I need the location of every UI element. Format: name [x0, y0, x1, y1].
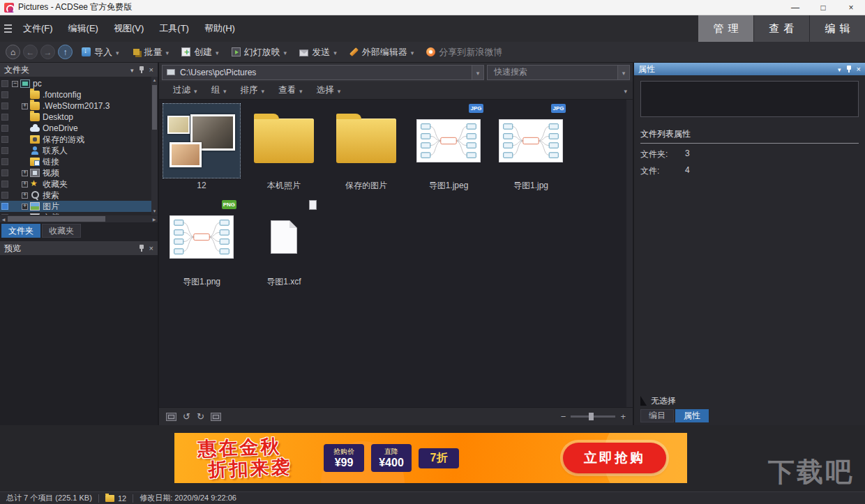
- close-icon[interactable]: ×: [149, 245, 153, 252]
- quick-search-input[interactable]: 快速搜索: [487, 65, 630, 80]
- drag-handle[interactable]: [1, 158, 8, 165]
- expander-icon[interactable]: [22, 170, 28, 176]
- ad-cta-button[interactable]: 立即抢购: [563, 443, 666, 473]
- tree-item[interactable]: 视频: [0, 167, 158, 178]
- tree-vertical-scrollbar[interactable]: ▲ ▼: [151, 77, 158, 215]
- drag-handle[interactable]: [1, 80, 8, 87]
- tree-horizontal-scrollbar[interactable]: ◀ ▶: [0, 215, 158, 222]
- tree-item[interactable]: 图片: [0, 201, 158, 212]
- drag-handle[interactable]: [1, 203, 8, 210]
- file-tile[interactable]: JPG: [490, 101, 572, 197]
- scroll-left-icon[interactable]: ◀: [0, 215, 7, 222]
- scroll-right-icon[interactable]: ▶: [151, 215, 158, 222]
- expander-icon[interactable]: [22, 215, 28, 215]
- scrollbar-thumb[interactable]: [152, 85, 157, 130]
- scrollbar-thumb[interactable]: [8, 216, 105, 222]
- filter-menu-button[interactable]: 选择: [310, 84, 348, 96]
- filter-menu-button[interactable]: 组: [204, 84, 234, 96]
- menu-item[interactable]: 文件(F): [15, 15, 61, 42]
- ad-banner[interactable]: 惠在金秋 折扣来袭 抢购价 ¥99 直降 ¥400 7折 立即抢购: [174, 433, 687, 483]
- drag-handle[interactable]: [1, 181, 8, 188]
- address-bar[interactable]: C:\Users\pc\Pictures: [162, 65, 484, 80]
- zoom-slider[interactable]: [571, 415, 615, 418]
- hamburger-menu-icon[interactable]: [0, 15, 15, 42]
- zoom-out-button[interactable]: −: [561, 411, 566, 422]
- mode-button[interactable]: 管理: [698, 15, 753, 42]
- file-tile[interactable]: PNG: [160, 197, 243, 293]
- toolbar-button[interactable]: 外部编辑器: [343, 42, 421, 62]
- forward-button[interactable]: →: [40, 45, 55, 59]
- tree-item[interactable]: .fontconfig: [0, 89, 158, 100]
- drag-handle[interactable]: [1, 91, 8, 98]
- expander-icon[interactable]: [22, 204, 28, 210]
- up-button[interactable]: ↑: [58, 45, 73, 59]
- drag-handle[interactable]: [1, 125, 8, 132]
- zoom-in-button[interactable]: +: [620, 411, 626, 422]
- menu-item[interactable]: 帮助(H): [197, 15, 243, 42]
- expander-icon[interactable]: [12, 81, 18, 87]
- drag-handle[interactable]: [1, 214, 8, 215]
- tree-item[interactable]: 收藏夹: [0, 178, 158, 190]
- search-dropdown-button[interactable]: [617, 66, 629, 79]
- tree-item[interactable]: OneDrive: [0, 123, 158, 134]
- menu-item[interactable]: 编辑(E): [61, 15, 106, 42]
- home-button[interactable]: ⌂: [6, 45, 20, 59]
- rotate-cw-icon[interactable]: ↻: [197, 412, 204, 422]
- drag-handle[interactable]: [1, 136, 8, 143]
- mode-button[interactable]: 查看: [753, 15, 809, 42]
- tree-item[interactable]: 联系人: [0, 145, 158, 156]
- duplicate-icon[interactable]: [166, 413, 176, 421]
- toolbar-button[interactable]: 发送: [293, 42, 343, 62]
- properties-tab[interactable]: 编目: [640, 409, 674, 422]
- filter-menu-button[interactable]: 排序: [234, 84, 272, 96]
- rotate-ccw-icon[interactable]: ↺: [183, 412, 190, 422]
- toolbar-button[interactable]: 分享到新浪微博: [420, 42, 509, 62]
- file-tile[interactable]: 12: [160, 101, 243, 197]
- drag-handle[interactable]: [1, 169, 8, 176]
- tree-item[interactable]: 文档: [0, 212, 158, 215]
- panel-menu-icon[interactable]: [130, 65, 134, 75]
- file-tile[interactable]: JPG: [407, 101, 490, 197]
- drag-handle[interactable]: [1, 147, 8, 154]
- toolbar-button[interactable]: 导入: [75, 42, 126, 62]
- file-tile[interactable]: 导图1.xcf: [243, 197, 325, 293]
- mode-button[interactable]: 编辑: [809, 15, 865, 42]
- menu-item[interactable]: 视图(V): [106, 15, 151, 42]
- sidebar-tab[interactable]: 收藏夹: [42, 224, 81, 238]
- back-button[interactable]: ←: [23, 45, 38, 59]
- tree-item[interactable]: .WebStorm2017.3: [0, 100, 158, 112]
- grid-vertical-scrollbar[interactable]: [626, 100, 633, 407]
- toolbar-button[interactable]: 幻灯放映: [225, 42, 294, 62]
- pin-icon[interactable]: [139, 66, 144, 73]
- filter-menu-button[interactable]: 查看: [271, 84, 310, 96]
- toolbar-button[interactable]: 批量: [126, 42, 176, 62]
- scroll-down-icon[interactable]: ▼: [151, 208, 158, 215]
- sidebar-tab[interactable]: 文件夹: [1, 224, 40, 238]
- expander-icon[interactable]: [22, 181, 28, 188]
- close-icon[interactable]: ×: [857, 66, 861, 72]
- file-tile[interactable]: 保存的图片: [325, 101, 407, 197]
- menu-item[interactable]: 工具(T): [151, 15, 197, 42]
- toolbar-button[interactable]: 创建: [175, 42, 225, 62]
- close-button[interactable]: ×: [837, 0, 865, 15]
- tree-item[interactable]: 链接: [0, 156, 158, 167]
- close-icon[interactable]: ×: [149, 66, 153, 73]
- expander-icon[interactable]: [22, 103, 28, 109]
- scroll-up-icon[interactable]: ▲: [151, 77, 158, 84]
- maximize-button[interactable]: □: [809, 0, 837, 15]
- tree-item[interactable]: 保存的游戏: [0, 134, 158, 145]
- zoom-slider-handle[interactable]: [589, 413, 594, 420]
- filter-bar-overflow-icon[interactable]: [624, 86, 633, 96]
- drag-handle[interactable]: [1, 192, 8, 199]
- file-tile[interactable]: 本机照片: [243, 101, 325, 197]
- expander-icon[interactable]: [22, 192, 28, 199]
- drag-handle[interactable]: [1, 114, 8, 121]
- drag-handle[interactable]: [1, 102, 8, 109]
- tree-item[interactable]: pc: [0, 78, 158, 89]
- tree-item[interactable]: Desktop: [0, 112, 158, 123]
- minimize-button[interactable]: —: [781, 0, 809, 15]
- panel-menu-icon[interactable]: [838, 64, 841, 74]
- view-mode-icon[interactable]: [211, 413, 221, 421]
- tree-item[interactable]: 搜索: [0, 190, 158, 201]
- address-dropdown-button[interactable]: [472, 66, 483, 79]
